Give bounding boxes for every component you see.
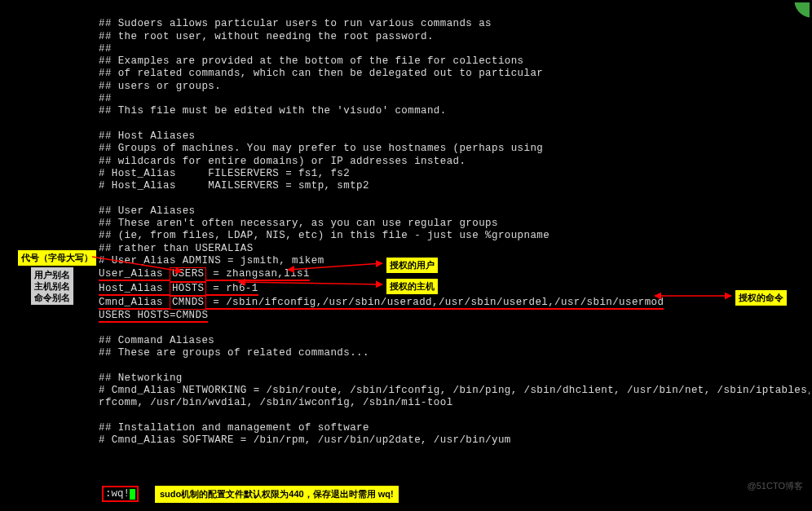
file-line: # Host_Alias MAILSERVERS = smtp, smtp2 — [99, 180, 812, 192]
note-daihao: 代号（字母大写） — [17, 249, 97, 267]
file-line: ## Examples are provided at the bottom o… — [99, 55, 812, 68]
file-line: User_Alias USERS = zhangsan,lisi — [99, 267, 812, 281]
file-line: ## User Aliases — [99, 205, 812, 218]
file-line: ## users or groups. — [99, 81, 812, 93]
note-alias-types: 用户别名 主机别名 命令别名 — [30, 267, 74, 306]
file-line: ## Networking — [99, 372, 812, 385]
watermark: @51CTO博客 — [748, 480, 803, 492]
file-line: ## of related commands, which can then b… — [99, 68, 812, 80]
file-line: ## Groups of machines. You may prefer to… — [99, 143, 812, 155]
file-line: # User_Alias ADMINS = jsmith, mikem — [99, 255, 812, 267]
file-line: rfcomm, /usr/bin/wvdial, /sbin/iwconfig,… — [99, 397, 812, 409]
cursor-icon — [130, 489, 135, 500]
file-line — [99, 118, 812, 130]
note-wq: sudo机制的配置文件默认权限为440，保存退出时需用 wq! — [154, 485, 399, 504]
file-line: ## This file must be edited with the 'vi… — [99, 105, 812, 117]
alias-code: USERS — [170, 267, 207, 281]
file-line: ## — [99, 93, 812, 105]
file-line: ## wildcards for entire domains) or IP a… — [99, 156, 812, 168]
file-line: ## Installation and management of softwa… — [99, 422, 812, 434]
file-line: ## rather than USERALIAS — [99, 243, 812, 255]
file-line: # Cmnd_Alias NETWORKING = /sbin/route, /… — [99, 385, 812, 397]
note-auth-user: 授权的用户 — [386, 257, 439, 274]
note-auth-host: 授权的主机 — [386, 278, 439, 295]
file-line — [99, 322, 812, 334]
vim-command-line[interactable]: :wq! — [102, 486, 139, 502]
file-line: Host_Alias HOSTS = rh6-1 — [99, 282, 812, 296]
file-line — [99, 192, 812, 205]
file-line — [99, 410, 812, 422]
file-line — [99, 359, 812, 372]
terminal-editor[interactable]: ## Sudoers allows particular users to ru… — [99, 6, 812, 460]
file-line: ## (ie, from files, LDAP, NIS, etc) in t… — [99, 230, 812, 242]
alias-code: CMNDS — [170, 296, 207, 310]
file-line: ## These aren't often necessary, as you … — [99, 218, 812, 230]
file-line: ## These are groups of related commands.… — [99, 347, 812, 359]
file-line: USERS HOSTS=CMNDS — [99, 310, 812, 322]
file-line: ## the root user, without needing the ro… — [99, 31, 812, 43]
file-line: ## Host Aliases — [99, 130, 812, 143]
file-line: ## Sudoers allows particular users to ru… — [99, 18, 812, 30]
file-line: # Cmnd_Alias SOFTWARE = /bin/rpm, /usr/b… — [99, 434, 812, 447]
file-line: ## — [99, 43, 812, 55]
file-line: ## Command Aliases — [99, 335, 812, 347]
file-line: Cmnd_Alias CMNDS = /sbin/ifconfig,/usr/s… — [99, 296, 812, 310]
note-auth-cmd: 授权的命令 — [735, 289, 788, 306]
wq-text: :wq! — [105, 488, 130, 500]
file-line: # Host_Alias FILESERVERS = fs1, fs2 — [99, 168, 812, 180]
alias-code: HOSTS — [170, 282, 207, 296]
